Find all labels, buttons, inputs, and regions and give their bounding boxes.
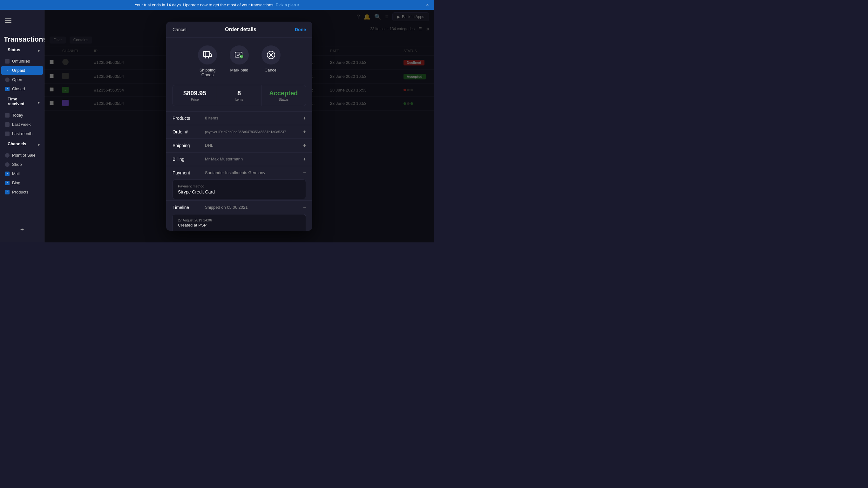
payment-collapse-icon[interactable]: − <box>303 170 306 176</box>
products-value: 8 items <box>201 116 303 120</box>
payment-label: Payment <box>173 170 201 175</box>
main-content: ? 🔔 🔍 ≡ ▶ Back to Apps 23 items in 134 c… <box>44 10 434 242</box>
blog-icon: ✓ <box>5 181 9 185</box>
order-number-value: payever ID: e7db9ae282a647935648661b1a0d… <box>201 130 303 134</box>
sidebar-item-open[interactable]: Open <box>1 75 43 84</box>
modal-overlay: Cancel Order details Done <box>44 10 434 242</box>
payment-value: Santander Installments Germany <box>201 170 303 175</box>
order-details-modal: Cancel Order details Done <box>166 22 312 231</box>
billing-label: Billing <box>173 157 201 162</box>
status-section-title: Status <box>4 47 24 55</box>
items-cell: 8 Items <box>217 85 261 106</box>
svg-rect-1 <box>5 20 11 21</box>
order-number-row[interactable]: Order # payever ID: e7db9ae282a647935648… <box>166 125 312 139</box>
banner-close[interactable]: × <box>426 2 429 8</box>
unfulfilled-icon <box>5 59 9 64</box>
open-label: Open <box>12 77 22 82</box>
action-icons-row: ShippingGoods Mark paid <box>166 38 312 85</box>
status-chevron-icon[interactable]: ▼ <box>37 49 40 53</box>
stats-row: $809.95 Price 8 Items Accepted Status <box>173 85 306 106</box>
timeline-text-1: Created at PSP <box>178 223 301 227</box>
last-week-label: Last week <box>12 122 31 127</box>
time-chevron-icon[interactable]: ▼ <box>37 101 40 104</box>
sidebar-item-mail[interactable]: ✓ Mail <box>1 169 43 178</box>
svg-rect-0 <box>5 19 11 19</box>
add-icon: + <box>20 226 24 234</box>
shop-icon <box>5 162 9 167</box>
products-expand-icon[interactable]: + <box>303 115 306 121</box>
timeline-time-1: 27 August 2019 14:06 <box>178 218 301 222</box>
payment-method-value: Strype Credit Card <box>178 189 301 194</box>
shipping-goods-button[interactable]: ShippingGoods <box>198 45 217 77</box>
sidebar-item-today[interactable]: Today <box>1 111 43 119</box>
mark-paid-button[interactable]: Mark paid <box>230 45 249 77</box>
modal-done-button[interactable]: Done <box>295 27 306 32</box>
timeline-shipped: Shipped on 05.06.2021 <box>201 205 303 210</box>
today-icon <box>5 113 9 118</box>
closed-icon: ✓ <box>5 87 9 91</box>
cancel-action-label: Cancel <box>265 68 277 72</box>
top-banner: Your trial ends in 14 days. Upgrade now … <box>0 0 434 10</box>
sidebar-item-unpaid[interactable]: ✓ Unpaid <box>1 66 43 75</box>
time-section-title: Time received <box>4 97 37 109</box>
mark-paid-label: Mark paid <box>230 68 248 72</box>
banner-text: Your trial ends in 14 days. Upgrade now … <box>134 3 274 7</box>
billing-row[interactable]: Billing Mr Max Mustermann + <box>166 152 312 166</box>
sidebar-item-unfulfilled[interactable]: Unfulfilled <box>1 57 43 65</box>
closed-label: Closed <box>12 86 25 91</box>
sidebar: Transactions Status ▼ Unfulfilled ✓ Unpa… <box>0 10 44 242</box>
unpaid-icon: ✓ <box>5 68 9 73</box>
billing-expand-icon[interactable]: + <box>303 156 306 162</box>
shipping-row[interactable]: Shipping DHL + <box>166 139 312 152</box>
order-number-label: Order # <box>173 129 201 134</box>
last-week-icon <box>5 122 9 127</box>
price-cell: $809.95 Price <box>173 85 217 106</box>
price-label: Price <box>178 97 212 101</box>
sidebar-add-button[interactable]: + <box>0 222 44 237</box>
shipping-label: ShippingGoods <box>199 68 216 77</box>
timeline-box: 27 August 2019 14:06 Created at PSP 27 A… <box>173 214 306 231</box>
svg-rect-2 <box>5 22 11 23</box>
items-label: Items <box>222 97 256 101</box>
unpaid-label: Unpaid <box>12 68 25 73</box>
blog-label: Blog <box>12 180 20 185</box>
shipping-label: Shipping <box>173 143 201 148</box>
timeline-label: Timeline <box>173 205 201 210</box>
modal-cancel-button[interactable]: Cancel <box>173 27 186 32</box>
channels-chevron-icon[interactable]: ▼ <box>37 143 40 147</box>
timeline-row[interactable]: Timeline Shipped on 05.06.2021 − <box>166 201 312 214</box>
items-value: 8 <box>222 90 256 97</box>
timeline-entry: 27 August 2019 14:06 Created at PSP <box>173 214 306 231</box>
status-cell: Accepted Status <box>261 85 306 106</box>
timeline-collapse-icon[interactable]: − <box>303 205 306 210</box>
svg-point-4 <box>205 57 206 58</box>
unfulfilled-label: Unfulfilled <box>12 59 30 64</box>
cancel-action-button[interactable]: Cancel <box>261 45 281 77</box>
products-label: Products <box>12 190 28 194</box>
products-row[interactable]: Products 8 items + <box>166 111 312 125</box>
sidebar-item-pos[interactable]: Point of Sale <box>1 151 43 159</box>
shipping-icon <box>198 45 217 64</box>
last-month-label: Last month <box>12 131 32 136</box>
payment-method-label: Payment method <box>178 184 301 188</box>
status-label: Status <box>267 97 301 101</box>
sidebar-item-shop[interactable]: Shop <box>1 160 43 169</box>
sidebar-item-last-week[interactable]: Last week <box>1 120 43 129</box>
channels-section-title: Channels <box>4 142 30 149</box>
shipping-value: DHL <box>201 143 303 148</box>
payment-row[interactable]: Payment Santander Installments Germany − <box>166 166 312 180</box>
sidebar-item-blog[interactable]: ✓ Blog <box>1 179 43 187</box>
order-expand-icon[interactable]: + <box>303 129 306 135</box>
channels-section-header: Channels ▼ <box>0 142 44 151</box>
pos-icon <box>5 153 9 158</box>
sidebar-toggle[interactable] <box>0 15 44 28</box>
sidebar-item-closed[interactable]: ✓ Closed <box>1 85 43 93</box>
status-section-header: Status ▼ <box>0 47 44 57</box>
sidebar-item-last-month[interactable]: Last month <box>1 129 43 138</box>
today-label: Today <box>12 113 23 118</box>
status-value: Accepted <box>267 90 301 97</box>
shipping-expand-icon[interactable]: + <box>303 143 306 148</box>
banner-link[interactable]: Pick a plan > <box>276 3 300 7</box>
sidebar-item-products[interactable]: ✓ Products <box>1 188 43 196</box>
billing-value: Mr Max Mustermann <box>201 157 303 161</box>
